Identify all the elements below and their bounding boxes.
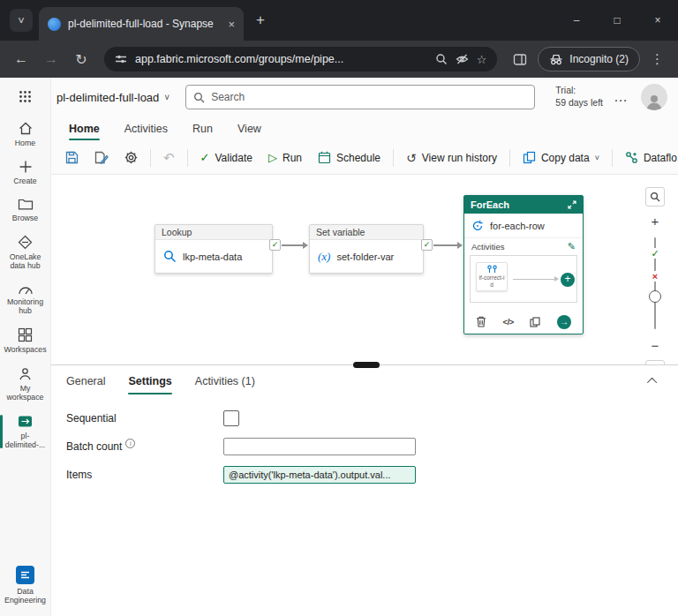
pipeline-canvas[interactable]: Lookup lkp-meta-data ✓ Set variable (x) … <box>51 175 678 364</box>
success-port[interactable]: ✓ <box>421 239 433 251</box>
browser-menu-icon[interactable]: ⋮ <box>645 51 669 67</box>
sidebar-item-browse[interactable]: Browse <box>0 192 50 229</box>
undo-button[interactable]: ↶ <box>156 146 182 170</box>
tab-home[interactable]: Home <box>69 116 100 141</box>
tab-favicon-icon <box>48 18 61 31</box>
more-options-button[interactable]: … <box>614 89 629 105</box>
validation-success-icon: ✓ <box>650 248 660 259</box>
zoom-slider[interactable]: ✓ × <box>645 236 665 331</box>
delete-trash-icon[interactable] <box>476 316 486 327</box>
incognito-badge[interactable]: Incognito (2) <box>538 47 640 71</box>
window-close-button[interactable]: × <box>637 0 678 41</box>
set-variable-icon: (x) <box>318 250 330 264</box>
app-launcher-button[interactable] <box>0 78 50 115</box>
back-button[interactable]: ← <box>9 47 34 71</box>
tab-run[interactable]: Run <box>192 116 213 141</box>
settings-button[interactable] <box>117 146 145 170</box>
ribbon-toolbar: ↶ ✓ Validate ▷ Run Schedule ↺ View run <box>51 141 678 175</box>
window-minimize-button[interactable]: – <box>556 0 597 41</box>
zoom-in-button[interactable]: + <box>652 214 659 228</box>
search-input[interactable] <box>211 91 527 103</box>
canvas-search-button[interactable] <box>645 187 665 207</box>
activity-foreach[interactable]: ForEach for-each-row Activities ✎ <box>463 195 584 334</box>
panel-tab-settings[interactable]: Settings <box>128 375 171 387</box>
sidebar-item-pipeline[interactable]: pl-delimited-... <box>0 408 50 455</box>
save-as-button[interactable] <box>87 146 116 170</box>
foreach-inner-canvas[interactable]: if-correct-id + <box>470 255 577 303</box>
panel-tab-activities[interactable]: Activities (1) <box>195 375 255 387</box>
sidebar-item-home[interactable]: Home <box>0 115 50 154</box>
chevron-up-icon <box>647 378 657 387</box>
validate-label: Validate <box>215 152 252 164</box>
dataflow-button[interactable]: Dataflo <box>618 146 678 170</box>
activity-set-variable[interactable]: Set variable (x) set-folder-var <box>309 224 424 274</box>
batch-count-input[interactable] <box>223 438 416 455</box>
eye-hidden-icon[interactable] <box>456 53 469 65</box>
expand-icon[interactable] <box>568 200 576 209</box>
sidebar-item-my-workspace[interactable]: My workspace <box>0 360 50 408</box>
sidebar-item-label: Create <box>13 177 36 185</box>
site-settings-icon[interactable] <box>115 53 127 65</box>
success-port[interactable]: ✓ <box>269 239 281 251</box>
separator <box>509 149 510 167</box>
chevron-down-icon: ˅ <box>595 154 599 162</box>
tab-activities[interactable]: Activities <box>124 116 168 141</box>
sidebar-item-label: Data Engineering <box>1 587 49 605</box>
copy-data-button[interactable]: Copy data ˅ <box>516 146 606 170</box>
schedule-label: Schedule <box>336 152 380 164</box>
canvas-controls: + ✓ × − <box>644 187 666 364</box>
tab-label: Settings <box>128 375 171 387</box>
info-icon[interactable]: i <box>125 439 135 448</box>
validation-error-icon: × <box>650 271 660 282</box>
view-run-history-button[interactable]: ↺ View run history <box>399 146 504 170</box>
code-view-icon[interactable]: </> <box>503 317 514 327</box>
save-button[interactable] <box>58 146 86 170</box>
address-bar[interactable]: app.fabric.microsoft.com/groups/me/pipe.… <box>104 47 497 71</box>
undo-icon: ↶ <box>163 150 175 166</box>
panel-tab-general[interactable]: General <box>66 375 105 387</box>
copy-data-icon <box>523 151 536 164</box>
sidebar-item-onelake[interactable]: OneLake data hub <box>0 229 50 276</box>
chevron-down-icon[interactable]: ˅ <box>164 93 170 102</box>
zoom-icon[interactable] <box>435 53 448 65</box>
sequential-checkbox[interactable] <box>223 410 239 426</box>
validate-button[interactable]: ✓ Validate <box>193 146 260 170</box>
gear-icon <box>124 151 138 164</box>
sidebar-item-workspaces[interactable]: Workspaces <box>0 321 50 360</box>
pipeline-title[interactable]: pl-delimited-full-load <box>56 91 159 104</box>
tab-view[interactable]: View <box>237 116 261 141</box>
iterate-next-button[interactable]: → <box>557 315 571 329</box>
clone-copy-icon[interactable] <box>530 317 540 327</box>
dataflow-icon <box>625 151 638 164</box>
run-label: Run <box>282 152 302 164</box>
sidebar-item-monitoring[interactable]: Monitoring hub <box>0 277 50 321</box>
side-panel-icon[interactable] <box>508 47 532 71</box>
check-icon: ✓ <box>272 241 279 249</box>
zoom-out-button[interactable]: − <box>652 339 659 352</box>
forward-button[interactable]: → <box>39 47 64 71</box>
items-input[interactable] <box>223 466 416 484</box>
schedule-button[interactable]: Schedule <box>311 146 388 170</box>
slider-thumb[interactable] <box>649 290 661 303</box>
tab-search-button[interactable]: ˅ <box>10 9 33 32</box>
new-tab-button[interactable]: + <box>256 12 265 28</box>
run-button[interactable]: ▷ Run <box>261 146 309 170</box>
global-search[interactable] <box>185 85 535 109</box>
bookmark-star-icon[interactable]: ☆ <box>477 53 487 66</box>
sidebar-item-data-engineering[interactable]: Data Engineering <box>0 560 50 611</box>
window-maximize-button[interactable]: □ <box>597 0 637 41</box>
add-activity-button[interactable]: + <box>561 273 575 287</box>
panel-collapse-button[interactable] <box>644 372 662 390</box>
sidebar-item-create[interactable]: Create <box>0 154 50 192</box>
edit-pencil-icon[interactable]: ✎ <box>568 241 576 252</box>
inner-activity-if-condition[interactable]: if-correct-id <box>476 262 508 291</box>
reload-button[interactable]: ↻ <box>69 47 94 71</box>
activity-lookup[interactable]: Lookup lkp-meta-data <box>154 224 273 274</box>
browser-tab[interactable]: pl-delimited-full-load - Synapse × <box>39 7 244 41</box>
trial-status: Trial: 59 days left <box>555 85 603 109</box>
tab-close-icon[interactable]: × <box>228 18 235 31</box>
arrow-right-icon: → <box>560 317 569 327</box>
form-row-items: Items <box>66 466 678 484</box>
user-avatar[interactable] <box>641 84 667 110</box>
panel-resize-handle[interactable] <box>353 362 380 368</box>
